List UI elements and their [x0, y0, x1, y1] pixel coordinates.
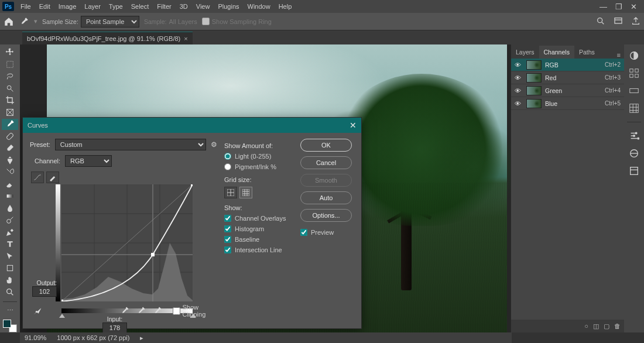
amount-light-radio[interactable]: [224, 153, 231, 160]
move-tool-icon[interactable]: [2, 47, 18, 58]
show-sampling-ring-checkbox[interactable]: [202, 18, 210, 25]
input-field[interactable]: [102, 323, 127, 332]
search-icon[interactable]: [596, 16, 605, 27]
gradient-tool-icon[interactable]: [2, 191, 18, 202]
smooth-button[interactable]: Smooth: [300, 174, 352, 187]
hand-tool-icon[interactable]: [2, 275, 18, 286]
menu-3d[interactable]: 3D: [176, 0, 192, 13]
home-icon[interactable]: [4, 16, 14, 27]
styles-panel-icon[interactable]: [629, 148, 639, 159]
menu-image[interactable]: Image: [54, 0, 81, 13]
eyedropper-tool-icon[interactable]: [2, 119, 18, 130]
color-swatches[interactable]: [3, 320, 17, 332]
black-eyedropper-icon[interactable]: [119, 306, 131, 316]
load-selection-icon[interactable]: ◫: [593, 323, 599, 330]
new-channel-icon[interactable]: ▢: [604, 323, 609, 330]
curve-point-tool-icon[interactable]: [31, 172, 44, 183]
histogram-checkbox[interactable]: [224, 225, 231, 232]
close-icon[interactable]: ×: [184, 35, 187, 42]
menu-view[interactable]: View: [192, 0, 214, 13]
cancel-button[interactable]: Cancel: [300, 156, 352, 169]
close-icon[interactable]: ✕: [350, 121, 357, 130]
grid-fine-icon[interactable]: [239, 187, 252, 198]
dodge-tool-icon[interactable]: [2, 215, 18, 226]
menu-plugins[interactable]: Plugins: [214, 0, 243, 13]
menu-edit[interactable]: Edit: [35, 0, 54, 13]
intersection-checkbox[interactable]: [224, 246, 231, 253]
visibility-icon[interactable]: 👁: [515, 61, 523, 68]
show-clipping-checkbox[interactable]: [173, 307, 180, 315]
visibility-icon[interactable]: 👁: [515, 87, 523, 94]
channel-row-rgb[interactable]: 👁 RGB Ctrl+2: [511, 59, 624, 71]
menu-filter[interactable]: Filter: [153, 0, 175, 13]
marquee-tool-icon[interactable]: [2, 59, 18, 70]
document-tab[interactable]: bOvf94dPRxWu0u3QsPjF_tree.jpg @ 91.1% (R…: [22, 32, 193, 44]
menu-select[interactable]: Select: [127, 0, 153, 13]
amount-pigment-radio[interactable]: [224, 163, 231, 170]
crop-tool-icon[interactable]: [2, 95, 18, 106]
tab-layers[interactable]: Layers: [511, 46, 539, 59]
curve-draw-tool-icon[interactable]: [46, 172, 59, 183]
grid-coarse-icon[interactable]: [224, 187, 237, 198]
white-eyedropper-icon[interactable]: [152, 306, 163, 316]
visibility-icon[interactable]: 👁: [515, 100, 523, 107]
baseline-checkbox[interactable]: [224, 236, 231, 243]
swatches-panel-icon[interactable]: [629, 68, 639, 78]
window-restore-icon[interactable]: ❐: [615, 2, 622, 11]
channel-row-blue[interactable]: 👁 Blue Ctrl+5: [511, 97, 624, 110]
menu-type[interactable]: Type: [105, 0, 127, 13]
edit-toolbar-icon[interactable]: ⋯: [2, 305, 18, 316]
gradients-panel-icon[interactable]: [629, 85, 639, 96]
libraries-panel-icon[interactable]: [629, 166, 639, 176]
menu-help[interactable]: Help: [275, 0, 296, 13]
menu-window[interactable]: Window: [244, 0, 275, 13]
channel-select[interactable]: RGB: [65, 155, 112, 167]
window-minimize-icon[interactable]: —: [600, 2, 607, 11]
channel-row-green[interactable]: 👁 Green Ctrl+4: [511, 84, 624, 97]
save-selection-icon[interactable]: ○: [584, 323, 588, 330]
history-brush-tool-icon[interactable]: [2, 167, 18, 178]
blur-tool-icon[interactable]: [2, 203, 18, 214]
shape-tool-icon[interactable]: [2, 263, 18, 274]
doc-dimensions[interactable]: 1000 px x 662 px (72 ppi): [57, 334, 129, 341]
healing-tool-icon[interactable]: [2, 131, 18, 142]
pen-tool-icon[interactable]: [2, 227, 18, 238]
clone-tool-icon[interactable]: [2, 155, 18, 166]
channel-row-red[interactable]: 👁 Red Ctrl+3: [511, 71, 624, 84]
eraser-tool-icon[interactable]: [2, 179, 18, 190]
gray-eyedropper-icon[interactable]: [135, 306, 147, 316]
workspace-icon[interactable]: [614, 16, 623, 27]
visibility-icon[interactable]: 👁: [515, 74, 523, 81]
curves-graph[interactable]: Output: Input:: [61, 184, 198, 307]
options-button[interactable]: Options...: [300, 209, 352, 222]
type-tool-icon[interactable]: [2, 239, 18, 250]
zoom-level[interactable]: 91.09%: [25, 334, 46, 341]
tab-channels[interactable]: Channels: [539, 46, 574, 59]
window-close-icon[interactable]: ✕: [631, 2, 637, 11]
brush-tool-icon[interactable]: [2, 143, 18, 154]
menu-layer[interactable]: Layer: [80, 0, 105, 13]
auto-button[interactable]: Auto: [300, 191, 352, 204]
dialog-titlebar[interactable]: Curves ✕: [23, 118, 361, 133]
color-panel-icon[interactable]: [629, 50, 639, 61]
panel-menu-icon[interactable]: ≡: [614, 52, 624, 59]
zoom-tool-icon[interactable]: [2, 287, 18, 298]
chevron-right-icon[interactable]: ▸: [140, 334, 143, 342]
preset-select[interactable]: Custom: [55, 139, 206, 150]
fg-swatch[interactable]: [3, 320, 11, 328]
path-select-tool-icon[interactable]: [2, 251, 18, 262]
frame-tool-icon[interactable]: [2, 107, 18, 118]
lasso-tool-icon[interactable]: [2, 71, 18, 82]
preview-checkbox[interactable]: [300, 229, 307, 236]
overlays-checkbox[interactable]: [224, 215, 231, 222]
menu-file[interactable]: File: [16, 0, 35, 13]
on-image-adjust-icon[interactable]: [32, 306, 43, 316]
canvas-area[interactable]: Curves ✕ Preset: Custom ⚙ Channel: RGB: [20, 44, 511, 332]
share-icon[interactable]: [631, 16, 640, 27]
output-field[interactable]: [32, 286, 57, 297]
sample-size-select[interactable]: Point Sample: [81, 16, 139, 28]
delete-channel-icon[interactable]: 🗑: [614, 323, 621, 330]
gear-icon[interactable]: ⚙: [211, 140, 217, 149]
adjustments-panel-icon[interactable]: [629, 131, 639, 141]
quick-select-tool-icon[interactable]: [2, 83, 18, 94]
